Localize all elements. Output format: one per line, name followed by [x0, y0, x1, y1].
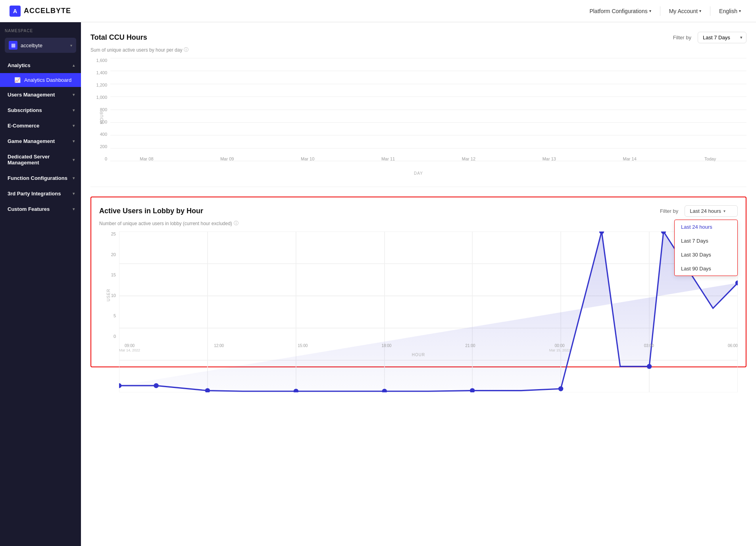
analytics-label: Analytics	[8, 62, 31, 68]
svg-point-22	[647, 364, 652, 369]
namespace-label: NAMESPACE	[0, 22, 81, 36]
dropdown-option-90d[interactable]: Last 90 Days	[675, 262, 737, 276]
bar-group: Today	[674, 154, 746, 161]
platform-config-button[interactable]: Platform Configurations ▾	[584, 5, 656, 17]
bar-label: Mar 09	[220, 156, 234, 161]
ccu-filter-select[interactable]: Last 7 Days Last 24 hours Last 30 Days L…	[698, 32, 746, 43]
ccu-y-axis: 02004006008001,0001,2001,4001,600	[90, 58, 110, 161]
namespace-selector[interactable]: ▦ accelbyte ▾	[5, 38, 76, 53]
lobby-filter-label: Filter by	[660, 208, 678, 214]
namespace-value: accelbyte	[21, 42, 67, 48]
chevron-down-icon: ▾	[73, 158, 75, 162]
nav-divider	[660, 6, 660, 16]
chevron-down-icon: ▾	[73, 108, 75, 112]
dropdown-option-7d[interactable]: Last 7 Days	[675, 234, 737, 248]
account-button[interactable]: My Account ▾	[664, 5, 707, 17]
bar-label: Mar 10	[301, 156, 314, 161]
topnav-actions: Platform Configurations ▾ My Account ▾ E…	[584, 5, 746, 17]
section-divider	[90, 187, 746, 187]
chevron-down-icon: ▾	[73, 191, 75, 196]
ccu-chart-title: Total CCU Hours	[90, 33, 147, 42]
ccu-y-axis-label: HOUR	[100, 111, 104, 124]
bar-group: Mar 08	[110, 154, 183, 161]
main-content: Total CCU Hours Filter by Last 7 Days La…	[81, 22, 756, 546]
sidebar-item-analytics-dashboard[interactable]: 📈 Analytics Dashboard	[0, 73, 81, 87]
chevron-down-icon: ▾	[739, 9, 741, 13]
chevron-down-icon: ▾	[649, 9, 651, 13]
sidebar-item-ecommerce[interactable]: E-Commerce ▾	[0, 118, 81, 133]
svg-point-20	[558, 386, 563, 391]
chevron-up-icon: ▴	[73, 63, 75, 68]
svg-point-15	[154, 383, 158, 388]
ccu-bar-chart: 02004006008001,0001,2001,4001,600 HOUR M…	[90, 58, 746, 177]
chevron-down-icon: ▾	[73, 139, 75, 143]
lobby-x-labels: 09:00Mar 14, 202212:0015:0018:0021:0000:…	[119, 343, 738, 352]
x-label-group: 12:00	[214, 343, 224, 352]
chevron-down-icon: ▾	[73, 207, 75, 211]
ccu-filter-row: Filter by Last 7 Days Last 24 hours Last…	[673, 32, 746, 43]
logo: A ACCELBYTE	[10, 6, 71, 17]
chevron-down-icon: ▾	[70, 43, 72, 48]
nav-divider	[710, 6, 710, 16]
bar-label: Mar 13	[542, 156, 556, 161]
namespace-icon: ▦	[9, 41, 17, 50]
x-label-group: 06:00	[728, 343, 738, 352]
ccu-filter-label: Filter by	[673, 35, 691, 41]
lobby-chart-subtitle: Number of unique active users in lobby (…	[99, 220, 738, 227]
bar-group: Mar 12	[433, 154, 505, 161]
lobby-y-axis-label: USER	[106, 289, 111, 301]
x-label-group: 00:00Mar 15, 2022	[549, 343, 570, 352]
x-label-group: 15:00	[298, 343, 308, 352]
bar-group: Mar 14	[593, 154, 666, 161]
ccu-chart-section: Total CCU Hours Filter by Last 7 Days La…	[90, 32, 746, 177]
x-label-group: 18:00	[381, 343, 391, 352]
ccu-chart-subtitle: Sum of unique active users by hour per d…	[90, 46, 746, 53]
x-label-group: 09:00Mar 14, 2022	[119, 343, 140, 352]
info-icon: ⓘ	[184, 46, 189, 53]
bar-label: Mar 14	[623, 156, 637, 161]
lobby-filter-value: Last 24 hours	[690, 208, 721, 214]
chevron-down-icon: ▾	[73, 93, 75, 97]
sidebar-item-function-config[interactable]: Function Configurations ▾	[0, 170, 81, 186]
svg-point-14	[119, 383, 121, 388]
ccu-bars: Mar 08Mar 09Mar 10Mar 11Mar 12Mar 13Mar …	[110, 58, 746, 161]
sidebar-item-analytics[interactable]: Analytics ▴	[0, 58, 81, 73]
lobby-x-axis-label: HOUR	[412, 353, 425, 357]
dropdown-option-30d[interactable]: Last 30 Days	[675, 248, 737, 262]
svg-point-21	[599, 232, 604, 234]
bar-label: Mar 08	[140, 156, 153, 161]
lobby-filter-button[interactable]: Last 24 hours ▾	[685, 205, 738, 217]
dropdown-option-24h[interactable]: Last 24 hours	[675, 220, 737, 234]
sidebar-item-game-management[interactable]: Game Management ▾	[0, 133, 81, 149]
lobby-svg	[119, 232, 738, 392]
bar-group: Mar 13	[513, 154, 585, 161]
lobby-chart-header: Active Users in Lobby by Hour Filter by …	[99, 205, 738, 217]
chevron-down-icon: ▾	[723, 209, 725, 213]
chevron-down-icon: ▾	[73, 123, 75, 128]
logo-text: ACCELBYTE	[24, 7, 71, 15]
lobby-y-axis: 0510152025	[99, 232, 119, 339]
bar-group: Mar 11	[352, 154, 425, 161]
bar-label: Mar 11	[381, 156, 395, 161]
lobby-line-chart: 0510152025 USER	[99, 232, 738, 359]
sidebar-item-subscriptions[interactable]: Subscriptions ▾	[0, 102, 81, 118]
bar-label: Today	[704, 156, 716, 161]
sidebar-item-custom-features[interactable]: Custom Features ▾	[0, 201, 81, 217]
lobby-filter-row: Filter by Last 24 hours ▾ Last 24 hours …	[660, 205, 738, 217]
info-icon: ⓘ	[234, 220, 239, 227]
ccu-chart-header: Total CCU Hours Filter by Last 7 Days La…	[90, 32, 746, 43]
sidebar-item-dedicated-server[interactable]: Dedicated Server Management ▾	[0, 149, 81, 170]
ccu-filter-wrapper[interactable]: Last 7 Days Last 24 hours Last 30 Days L…	[698, 32, 746, 43]
sidebar-item-third-party[interactable]: 3rd Party Integrations ▾	[0, 186, 81, 201]
logo-icon: A	[10, 6, 21, 17]
bar-group: Mar 09	[191, 154, 264, 161]
chevron-down-icon: ▾	[73, 176, 75, 180]
layout: NAMESPACE ▦ accelbyte ▾ Analytics ▴ 📈 An…	[0, 22, 756, 546]
sidebar-item-users-management[interactable]: Users Management ▾	[0, 87, 81, 102]
lobby-filter-dropdown[interactable]: Last 24 hours Last 7 Days Last 30 Days L…	[674, 220, 738, 276]
language-button[interactable]: English ▾	[714, 5, 746, 17]
bar-group: Mar 10	[271, 154, 344, 161]
ccu-x-axis-label: DAY	[414, 171, 423, 176]
lobby-chart-title: Active Users in Lobby by Hour	[99, 207, 203, 215]
x-label-group: 21:00	[466, 343, 475, 352]
